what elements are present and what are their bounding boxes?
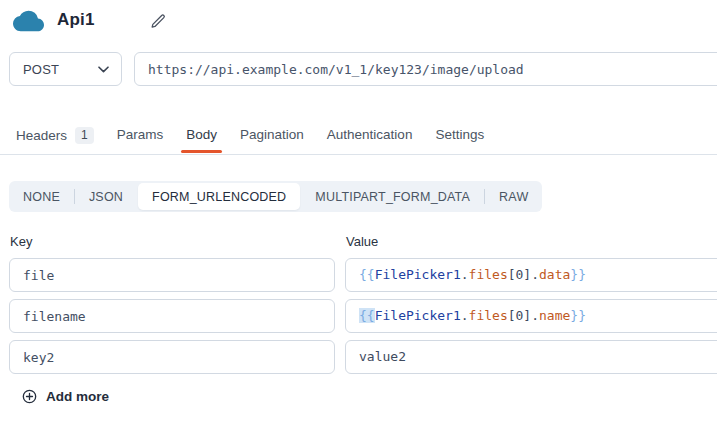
body-type-json[interactable]: JSON bbox=[75, 181, 137, 212]
method-dropdown[interactable]: POST bbox=[9, 52, 122, 86]
value-token: }} bbox=[570, 308, 586, 323]
rename-button[interactable] bbox=[147, 10, 169, 32]
value-token: [0] bbox=[508, 308, 531, 323]
value-token: data bbox=[539, 267, 570, 282]
body-type-tabs: NONEJSONFORM_URLENCODEDMULTIPART_FORM_DA… bbox=[9, 181, 542, 212]
add-more-button[interactable]: Add more bbox=[22, 389, 109, 404]
value-token: . bbox=[461, 308, 469, 323]
tab-settings[interactable]: Settings bbox=[435, 127, 484, 152]
url-input[interactable] bbox=[134, 52, 717, 86]
tab-label: Pagination bbox=[240, 127, 304, 142]
tab-label: Authentication bbox=[327, 127, 413, 142]
value-token: . bbox=[461, 267, 469, 282]
value-input[interactable]: value2 bbox=[345, 340, 717, 374]
tab-pagination[interactable]: Pagination bbox=[240, 127, 304, 152]
value-token: {{ bbox=[359, 267, 375, 282]
key-input[interactable] bbox=[9, 299, 335, 333]
value-token: [0] bbox=[508, 267, 531, 282]
value-token: FilePicker1 bbox=[375, 308, 461, 323]
tab-params[interactable]: Params bbox=[117, 127, 164, 152]
tab-label: Settings bbox=[435, 127, 484, 142]
cloud-icon bbox=[13, 8, 44, 38]
value-token: }} bbox=[570, 267, 586, 282]
key-input[interactable] bbox=[9, 258, 335, 292]
body-type-form_urlencoded[interactable]: FORM_URLENCODED bbox=[138, 183, 300, 210]
key-column-header: Key bbox=[10, 234, 32, 249]
tab-authentication[interactable]: Authentication bbox=[327, 127, 413, 152]
body-type-none[interactable]: NONE bbox=[9, 181, 74, 212]
tab-label: Body bbox=[186, 127, 217, 142]
body-type-raw[interactable]: RAW bbox=[485, 181, 542, 212]
chevron-down-icon bbox=[98, 66, 109, 73]
form-rows: {{FilePicker1.files[0].data}}{{FilePicke… bbox=[9, 258, 717, 381]
value-token: FilePicker1 bbox=[375, 267, 461, 282]
value-token: files bbox=[469, 308, 508, 323]
key-input[interactable] bbox=[9, 340, 335, 374]
value-token: value2 bbox=[359, 349, 406, 364]
value-token: files bbox=[469, 267, 508, 282]
value-token: . bbox=[531, 308, 539, 323]
tab-bar: Headers1ParamsBodyPaginationAuthenticati… bbox=[0, 127, 717, 155]
value-token: {{ bbox=[359, 308, 375, 323]
body-type-multipart_form_data[interactable]: MULTIPART_FORM_DATA bbox=[301, 181, 484, 212]
value-token: name bbox=[539, 308, 570, 323]
tab-headers[interactable]: Headers1 bbox=[16, 127, 94, 154]
value-input[interactable]: {{FilePicker1.files[0].name}} bbox=[345, 299, 717, 333]
tab-label: Headers bbox=[16, 128, 67, 143]
form-row: value2 bbox=[9, 340, 717, 374]
api-editor-pane: Api1 POST Headers1ParamsBodyPaginationAu… bbox=[0, 0, 717, 434]
method-label: POST bbox=[23, 62, 59, 77]
form-row: {{FilePicker1.files[0].name}} bbox=[9, 299, 717, 333]
value-token: . bbox=[531, 267, 539, 282]
page-title: Api1 bbox=[57, 10, 95, 30]
form-row: {{FilePicker1.files[0].data}} bbox=[9, 258, 717, 292]
tab-label: Params bbox=[117, 127, 164, 142]
plus-circle-icon bbox=[22, 389, 37, 404]
tab-body[interactable]: Body bbox=[186, 127, 217, 152]
value-input[interactable]: {{FilePicker1.files[0].data}} bbox=[345, 258, 717, 292]
pencil-icon bbox=[150, 13, 167, 30]
tab-count-badge: 1 bbox=[75, 127, 94, 144]
value-column-header: Value bbox=[346, 234, 378, 249]
add-more-label: Add more bbox=[46, 389, 109, 404]
